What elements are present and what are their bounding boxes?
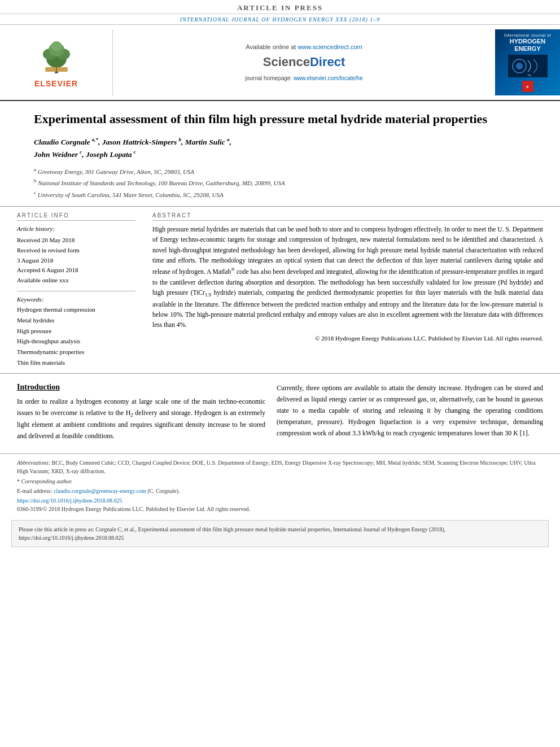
abbreviations-footnote: Abbreviations: BCC, Body Centered Cubic;… <box>17 458 543 475</box>
affiliations: a Greenway Energy, 301 Gateway Drive, Ai… <box>34 166 526 199</box>
article-in-press-banner: ARTICLE IN PRESS <box>0 0 560 14</box>
article-info-abstract-section: ARTICLE INFO Article history: Received 2… <box>0 207 560 374</box>
abstract-text: High pressure metal hydrides are materia… <box>152 224 543 330</box>
cover-title: HYDROGENENERGY <box>510 38 546 53</box>
history-label: Article history: <box>17 224 135 234</box>
keywords-label: Keywords: <box>17 296 135 303</box>
available-online: Available online xxx <box>17 276 135 286</box>
footer-copyright: 0360-3199/© 2018 Hydrogen Energy Publica… <box>17 506 543 512</box>
article-title: Experimental assessment of thin film hig… <box>34 111 526 128</box>
top-header: ELSEVIER Available online at www.science… <box>0 25 560 101</box>
introduction-left-text: In order to realize a hydrogen economy a… <box>17 396 265 442</box>
introduction-right-text: Currently, three options are available t… <box>277 383 543 439</box>
journal-homepage: journal homepage: www.elsevier.com/locat… <box>245 75 362 81</box>
received-date: Received 20 May 2018 <box>17 235 135 246</box>
accepted-date: Accepted 6 August 2018 <box>17 265 135 276</box>
citation-text: Please cite this article in press as: Co… <box>19 526 445 541</box>
revised-date: 3 August 2018 <box>17 256 135 266</box>
affil-c: c University of South Carolina, 541 Main… <box>34 189 526 199</box>
cover-subtitle-text: International Journal of <box>504 33 551 38</box>
author-email-link[interactable]: claudio.corgnale@greenway-energy.com <box>54 488 146 494</box>
article-title-section: Experimental assessment of thin film hig… <box>0 101 560 206</box>
svg-point-5 <box>51 41 62 51</box>
journal-header-line: INTERNATIONAL JOURNAL OF HYDROGEN ENERGY… <box>0 14 560 25</box>
keywords-section: Keywords: Hydrogen thermal compression M… <box>17 296 135 368</box>
article-info-column: ARTICLE INFO Article history: Received 2… <box>17 212 141 368</box>
cover-image-icon: H₂ <box>508 55 548 77</box>
keyword-1: Hydrogen thermal compression <box>17 304 135 315</box>
svg-point-10 <box>516 63 523 69</box>
journal-homepage-link[interactable]: www.elsevier.com/locate/he <box>294 75 363 81</box>
introduction-left: Introduction In order to realize a hydro… <box>17 383 265 442</box>
affil-b: b National Institute of Standards and Te… <box>34 177 526 187</box>
doi-link[interactable]: https://doi.org/10.1016/j.ijhydene.2018.… <box>17 497 122 504</box>
authors-line: Claudio Corgnale a,*, Jason Hattrick-Sim… <box>34 136 526 160</box>
keyword-3: High pressure <box>17 326 135 337</box>
affil-a: a Greenway Energy, 301 Gateway Drive, Ai… <box>34 166 526 176</box>
abstract-column: ABSTRACT High pressure metal hydrides ar… <box>152 212 543 368</box>
citation-bar: Please cite this article in press as: Co… <box>11 520 549 547</box>
keyword-5: Thermodynamic properties <box>17 347 135 357</box>
svg-text:H₂: H₂ <box>528 73 531 77</box>
sciencedirect-link[interactable]: www.sciencedirect.com <box>298 43 362 50</box>
received-revised-label: Received in revised form <box>17 246 135 256</box>
introduction-heading: Introduction <box>17 383 265 392</box>
keyword-4: High-throughput analysis <box>17 336 135 347</box>
body-two-col: Introduction In order to realize a hydro… <box>17 383 543 442</box>
journal-middle-section: Available online at www.sciencedirect.co… <box>113 29 495 95</box>
footer-section: Abbreviations: BCC, Body Centered Cubic;… <box>0 453 560 517</box>
abstract-copyright: © 2018 Hydrogen Energy Publications LLC.… <box>152 335 543 342</box>
keyword-6: Thin film materials <box>17 357 135 368</box>
article-info-title: ARTICLE INFO <box>17 212 135 221</box>
main-content: Introduction In order to realize a hydro… <box>0 374 560 448</box>
keyword-2: Metal hydrides <box>17 315 135 326</box>
elsevier-logo-area: ELSEVIER <box>0 29 113 95</box>
email-footnote: E-mail address: claudio.corgnale@greenwa… <box>17 487 543 495</box>
doi-footnote: https://doi.org/10.1016/j.ijhydene.2018.… <box>17 496 543 505</box>
introduction-right: Currently, three options are available t… <box>277 383 543 442</box>
journal-cover: International Journal of HYDROGENENERGY … <box>495 29 560 95</box>
elsevier-logo-text: ELSEVIER <box>34 79 78 88</box>
abstract-title: ABSTRACT <box>152 212 543 221</box>
corresponding-author-note: * Corresponding author. <box>17 477 543 486</box>
article-history: Article history: Received 20 May 2018 Re… <box>17 224 135 286</box>
sciencedirect-logo: ScienceDirect <box>263 55 345 69</box>
available-online-text: Available online at www.sciencedirect.co… <box>246 43 362 50</box>
elsevier-tree-icon <box>34 37 79 77</box>
